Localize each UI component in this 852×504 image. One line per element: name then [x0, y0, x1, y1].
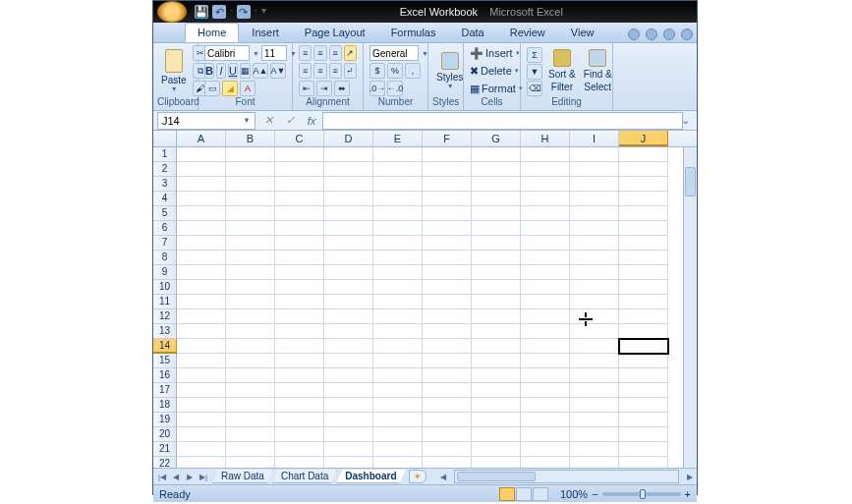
- cell-G18[interactable]: [472, 398, 521, 413]
- tab-home[interactable]: Home: [185, 23, 239, 42]
- cell-B1[interactable]: [226, 147, 275, 162]
- cell-H7[interactable]: [521, 236, 570, 251]
- cell-A14[interactable]: [177, 339, 226, 354]
- autosum-icon[interactable]: Σ: [527, 47, 542, 63]
- percent-icon[interactable]: %: [387, 63, 403, 79]
- cell-J4[interactable]: [619, 192, 668, 206]
- cell-G5[interactable]: [472, 206, 521, 221]
- cell-J2[interactable]: [619, 162, 668, 177]
- cell-E20[interactable]: [373, 427, 423, 442]
- cell-I16[interactable]: [570, 368, 619, 383]
- cell-C4[interactable]: [275, 192, 324, 206]
- cell-I6[interactable]: [570, 221, 619, 236]
- underline-button[interactable]: U: [228, 63, 238, 79]
- row-header-21[interactable]: 21: [153, 442, 177, 457]
- first-sheet-icon[interactable]: |◀: [155, 470, 169, 483]
- cell-G6[interactable]: [472, 221, 521, 236]
- decrease-decimal-icon[interactable]: ←.0: [387, 81, 403, 96]
- merge-center-icon[interactable]: ⬌: [334, 81, 350, 96]
- cell-J3[interactable]: [619, 177, 668, 192]
- cell-F19[interactable]: [423, 413, 472, 427]
- align-right-icon[interactable]: ≡: [329, 63, 342, 79]
- cell-B10[interactable]: [226, 280, 275, 295]
- cell-A17[interactable]: [177, 383, 226, 398]
- row-header-18[interactable]: 18: [153, 398, 177, 413]
- cell-B2[interactable]: [226, 162, 275, 177]
- cell-I13[interactable]: [570, 324, 619, 339]
- row-header-20[interactable]: 20: [153, 427, 177, 442]
- cell-E13[interactable]: [373, 324, 423, 339]
- chevron-down-icon[interactable]: ▼: [243, 116, 251, 125]
- column-header-J[interactable]: J: [619, 131, 668, 146]
- horizontal-scrollbar[interactable]: [454, 470, 680, 483]
- cell-A1[interactable]: [177, 147, 226, 162]
- format-cells-button[interactable]: ▦ Format ▾: [470, 83, 514, 95]
- cell-C9[interactable]: [275, 265, 324, 280]
- cell-J6[interactable]: [619, 221, 668, 236]
- page-layout-view-icon[interactable]: [516, 487, 532, 501]
- cell-H22[interactable]: [521, 457, 570, 468]
- row-header-8[interactable]: 8: [153, 251, 177, 265]
- cell-B7[interactable]: [226, 236, 275, 251]
- cell-J21[interactable]: [619, 442, 668, 457]
- cell-A8[interactable]: [177, 251, 226, 265]
- cell-J5[interactable]: [619, 206, 668, 221]
- cell-A15[interactable]: [177, 354, 226, 368]
- align-center-icon[interactable]: ≡: [313, 63, 326, 79]
- cell-J14[interactable]: [619, 339, 668, 354]
- fill-color-button[interactable]: ◢: [222, 81, 238, 96]
- enter-formula-icon[interactable]: ✓: [281, 112, 299, 130]
- cell-C1[interactable]: [275, 147, 324, 162]
- zoom-in-icon[interactable]: +: [685, 488, 691, 500]
- cell-G14[interactable]: [472, 339, 521, 354]
- cell-B4[interactable]: [226, 192, 275, 206]
- cell-I8[interactable]: [570, 251, 619, 265]
- row-header-12[interactable]: 12: [153, 309, 177, 324]
- cell-E15[interactable]: [373, 354, 423, 368]
- cell-H3[interactable]: [521, 177, 570, 192]
- help-icon[interactable]: [628, 28, 640, 40]
- page-break-view-icon[interactable]: [533, 487, 548, 501]
- cancel-formula-icon[interactable]: ✕: [259, 112, 277, 130]
- cell-C12[interactable]: [275, 309, 324, 324]
- cell-F17[interactable]: [423, 383, 472, 398]
- cell-J17[interactable]: [619, 383, 668, 398]
- cell-A18[interactable]: [177, 398, 226, 413]
- cell-F16[interactable]: [423, 368, 472, 383]
- column-header-D[interactable]: D: [324, 131, 373, 146]
- styles-button[interactable]: Styles ▼: [432, 45, 467, 96]
- cell-D5[interactable]: [324, 206, 373, 221]
- cell-B21[interactable]: [226, 442, 275, 457]
- row-header-2[interactable]: 2: [153, 162, 177, 177]
- cell-F7[interactable]: [423, 236, 472, 251]
- cell-D19[interactable]: [324, 413, 373, 427]
- cell-J11[interactable]: [619, 295, 668, 309]
- cell-D6[interactable]: [324, 221, 373, 236]
- cell-F1[interactable]: [423, 147, 472, 162]
- tab-view[interactable]: View: [558, 23, 607, 42]
- cell-B22[interactable]: [226, 457, 275, 468]
- cell-G19[interactable]: [472, 413, 521, 427]
- new-sheet-button[interactable]: ✶: [409, 470, 426, 483]
- office-button[interactable]: [157, 1, 187, 23]
- cell-D11[interactable]: [324, 295, 373, 309]
- column-header-B[interactable]: B: [226, 131, 275, 146]
- cell-J13[interactable]: [619, 324, 668, 339]
- cell-B13[interactable]: [226, 324, 275, 339]
- cell-A9[interactable]: [177, 265, 226, 280]
- cell-E22[interactable]: [373, 457, 423, 468]
- cell-I18[interactable]: [570, 398, 619, 413]
- cell-D20[interactable]: [324, 427, 373, 442]
- comma-icon[interactable]: ,: [405, 63, 421, 79]
- decrease-indent-icon[interactable]: ⇤: [299, 81, 314, 96]
- cell-B18[interactable]: [226, 398, 275, 413]
- row-header-7[interactable]: 7: [153, 236, 177, 251]
- select-all-corner[interactable]: [153, 131, 177, 146]
- column-header-A[interactable]: A: [177, 131, 226, 146]
- cell-C15[interactable]: [275, 354, 324, 368]
- cell-F6[interactable]: [423, 221, 472, 236]
- normal-view-icon[interactable]: [499, 487, 515, 501]
- cell-B12[interactable]: [226, 309, 275, 324]
- minimize-icon[interactable]: [646, 28, 657, 40]
- restore-icon[interactable]: [663, 28, 675, 40]
